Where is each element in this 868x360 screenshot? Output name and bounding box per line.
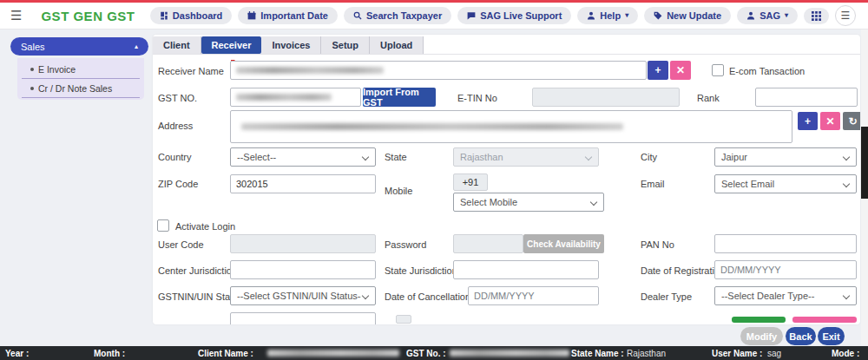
hamburger-menu-icon[interactable]: ☰	[10, 8, 22, 23]
tab-invoices[interactable]: Invoices	[261, 36, 321, 54]
sidebar-item-cr-dr-note-sales[interactable]: Cr / Dr Note Sales	[22, 79, 140, 98]
chat-icon	[467, 11, 476, 20]
rank-input[interactable]	[755, 88, 858, 107]
import-from-gst-button[interactable]: Import From GST	[363, 88, 436, 107]
city-label: City	[641, 152, 657, 162]
status-bar: Year : Month : Client Name : GST No. : S…	[0, 346, 868, 360]
nav-important-date-button[interactable]: Important Date	[238, 7, 338, 24]
add-address-button[interactable]: +	[798, 112, 818, 130]
date-of-cancellation-label: Date of Cancellation	[385, 291, 470, 302]
nav-new-update-button[interactable]: New Update	[644, 7, 731, 24]
state-name-label: State Name :	[571, 349, 624, 358]
receiver-form-card: Client Receiver Invoices Setup Upload Re…	[153, 35, 860, 324]
delete-bar-clipped[interactable]	[792, 317, 857, 323]
ecom-transaction-checkbox[interactable]	[712, 64, 724, 76]
date-of-cancellation-input[interactable]: DD/MM/YYYY	[468, 286, 599, 305]
dealer-type-label: Dealer Type	[641, 291, 692, 302]
vertical-scrollbar-thumb[interactable]	[861, 127, 868, 199]
tab-setup[interactable]: Setup	[321, 36, 370, 54]
ecom-transaction-label: E-com Tansaction	[729, 66, 805, 76]
app-logo: GST GEN GST	[41, 9, 135, 23]
search-icon	[353, 11, 362, 20]
bullet-icon	[30, 68, 34, 71]
dealer-type-select[interactable]: --Select Dealer Type--	[714, 286, 857, 305]
mobile-select[interactable]: Select Mobile	[453, 193, 604, 212]
receiver-name-label: Receiver Name	[158, 66, 224, 76]
etin-label: E-TIN No	[457, 93, 497, 103]
country-select[interactable]: --Select--	[230, 147, 376, 167]
close-icon: ✕	[676, 64, 685, 76]
close-icon: ✕	[825, 115, 834, 128]
activate-login-checkbox[interactable]	[157, 219, 169, 232]
chevron-down-icon	[590, 199, 597, 206]
mode-label: Mode :	[832, 349, 859, 358]
sidebar-items-panel: E Invoice Cr / Dr Note Sales	[17, 58, 144, 100]
pan-no-input[interactable]	[714, 234, 857, 253]
gstnin-status-select[interactable]: --Select GSTNIN/UIN Status--	[230, 286, 376, 305]
state-jurisdiction-label: State Jurisdiction	[385, 265, 457, 276]
plus-icon: +	[654, 64, 661, 76]
gst-no-redacted-value	[236, 94, 332, 101]
dashboard-icon	[160, 11, 168, 20]
tab-receiver[interactable]: Receiver	[201, 36, 262, 54]
state-select: Rajasthan	[453, 147, 599, 167]
clipped-bottom-input[interactable]	[230, 312, 376, 324]
state-jurisdiction-input[interactable]	[453, 260, 599, 279]
center-jurisdiction-label: Center Jurisdiction	[158, 265, 237, 276]
refresh-address-button[interactable]: ↻	[843, 112, 860, 130]
menu-circle-button[interactable]: ☰	[835, 5, 856, 26]
gst-no-input[interactable]	[230, 88, 361, 107]
receiver-name-input[interactable]	[230, 61, 647, 80]
nav-search-taxpayer-button[interactable]: Search Taxpayer	[344, 7, 451, 24]
year-label: Year :	[5, 349, 29, 358]
mobile-prefix-box: +91	[453, 173, 488, 191]
vertical-scrollbar-track[interactable]	[861, 29, 868, 345]
client-name-label: Client Name :	[198, 349, 253, 358]
city-select[interactable]: Jaipur	[714, 147, 857, 167]
sidebar-section-sales[interactable]: Sales ▴	[10, 37, 148, 56]
exit-button[interactable]: Exit	[818, 327, 845, 345]
state-label: State	[385, 152, 407, 162]
apps-grid-button[interactable]	[804, 8, 829, 24]
month-label: Month :	[94, 349, 125, 358]
tab-divider	[153, 54, 860, 55]
password-input	[453, 234, 523, 253]
nav-help-button[interactable]: Help ▾	[577, 7, 638, 24]
delete-address-button[interactable]: ✕	[820, 112, 840, 130]
sidebar-item-e-invoice[interactable]: E Invoice	[22, 60, 140, 79]
nav-sag-user-button[interactable]: SAG ▾	[737, 7, 798, 24]
email-select[interactable]: Select Email	[714, 174, 857, 193]
plus-icon: +	[805, 115, 811, 128]
back-button[interactable]: Back	[786, 327, 816, 345]
save-bar-clipped[interactable]	[732, 317, 786, 323]
password-label: Password	[385, 239, 426, 250]
grid-icon	[812, 11, 821, 21]
nav-sag-live-support-button[interactable]: SAG Live Support	[457, 7, 571, 24]
chevron-down-icon	[585, 154, 592, 160]
address-textarea[interactable]	[230, 110, 792, 143]
modify-button[interactable]: Modify	[740, 327, 783, 345]
activate-login-label: Activate Login	[175, 221, 235, 232]
delete-receiver-button[interactable]: ✕	[670, 61, 691, 80]
add-receiver-button[interactable]: +	[648, 61, 668, 80]
caret-down-icon: ▾	[785, 12, 788, 19]
center-jurisdiction-input[interactable]	[230, 260, 376, 279]
etin-input	[532, 88, 680, 107]
user-icon	[587, 11, 595, 20]
date-of-registration-label: Date of Registration	[641, 265, 725, 276]
address-label: Address	[158, 121, 193, 131]
check-availability-button[interactable]: Check Availability	[523, 234, 604, 253]
user-name-label: User Name :	[712, 349, 762, 358]
tab-upload[interactable]: Upload	[370, 36, 424, 54]
address-redacted-value	[241, 123, 623, 130]
email-label: Email	[641, 179, 665, 189]
caret-up-icon: ▴	[135, 43, 138, 50]
bullet-icon	[30, 87, 34, 90]
nav-dashboard-button[interactable]: Dashboard	[150, 7, 232, 24]
tab-client[interactable]: Client	[153, 36, 201, 54]
date-of-registration-input[interactable]: DD/MM/YYYY	[714, 260, 857, 279]
user-code-label: User Code	[158, 239, 204, 250]
client-name-redacted-value	[267, 350, 399, 357]
user-icon	[746, 11, 755, 20]
zip-code-input[interactable]: 302015	[230, 174, 376, 193]
